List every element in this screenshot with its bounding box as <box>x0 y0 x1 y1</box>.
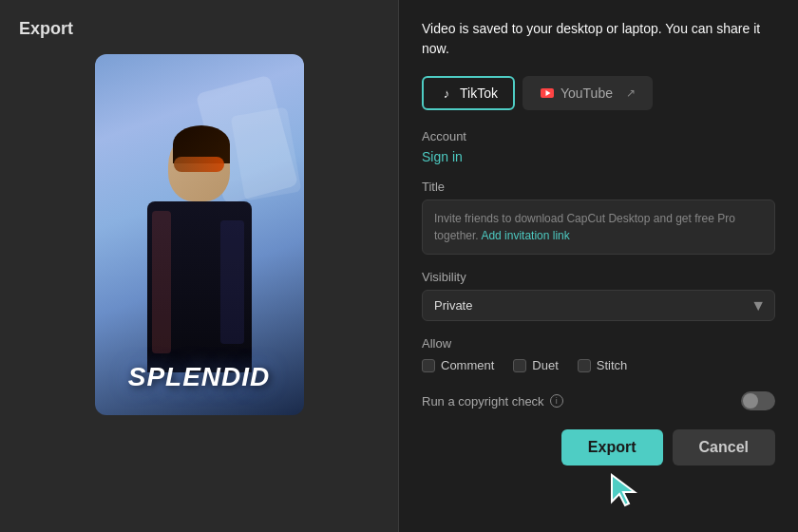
comment-label: Comment <box>441 358 494 372</box>
visibility-select-wrapper: Private Public Friends ▼ <box>422 290 775 321</box>
info-text: Video is saved to your desktop or laptop… <box>422 19 775 59</box>
video-overlay-text: SPLENDID <box>95 362 304 392</box>
checkbox-comment[interactable]: Comment <box>422 358 494 372</box>
copyright-row: Run a copyright check i <box>422 391 775 410</box>
duet-label: Duet <box>532 358 558 372</box>
copyright-toggle[interactable] <box>741 391 775 410</box>
info-icon: i <box>550 394 563 408</box>
cancel-button[interactable]: Cancel <box>673 429 775 466</box>
tab-youtube[interactable]: YouTube ↗ <box>522 76 653 110</box>
export-button[interactable]: Export <box>561 429 663 466</box>
toggle-knob <box>743 393 758 408</box>
visibility-select[interactable]: Private Public Friends <box>422 290 775 321</box>
copyright-label: Run a copyright check i <box>422 394 563 408</box>
export-title: Export <box>19 19 379 39</box>
video-preview: SPLENDID <box>95 54 304 415</box>
account-group: Account Sign in <box>422 129 775 164</box>
allow-label: Allow <box>422 336 775 351</box>
title-label: Title <box>422 180 775 194</box>
left-panel: Export SPLENDID <box>0 0 399 532</box>
action-buttons: Export Cancel <box>422 429 775 466</box>
visibility-group: Visibility Private Public Friends ▼ <box>422 270 775 321</box>
svg-marker-2 <box>612 475 635 505</box>
youtube-icon <box>540 86 555 101</box>
checkbox-duet[interactable]: Duet <box>513 358 558 372</box>
external-link-icon: ↗ <box>626 86 636 100</box>
title-input[interactable]: Invite friends to download CapCut Deskto… <box>422 200 775 255</box>
duet-checkbox-box[interactable] <box>513 359 526 372</box>
platform-tabs: ♪ TikTok YouTube ↗ <box>422 76 775 110</box>
tiktok-label: TikTok <box>460 86 498 101</box>
stitch-label: Stitch <box>597 358 628 372</box>
sign-in-link[interactable]: Sign in <box>422 149 775 164</box>
title-group: Title Invite friends to download CapCut … <box>422 180 775 255</box>
account-label: Account <box>422 129 775 143</box>
tiktok-icon: ♪ <box>439 86 454 101</box>
stitch-checkbox-box[interactable] <box>578 359 591 372</box>
visibility-label: Visibility <box>422 270 775 284</box>
tab-tiktok[interactable]: ♪ TikTok <box>422 76 515 110</box>
allow-group: Allow Comment Duet Stitch <box>422 336 775 372</box>
comment-checkbox-box[interactable] <box>422 359 435 372</box>
add-invitation-link[interactable]: Add invitation link <box>481 229 569 242</box>
cursor-indicator <box>608 471 642 513</box>
right-panel: Video is saved to your desktop or laptop… <box>399 0 798 532</box>
title-placeholder: Invite friends to download CapCut Deskto… <box>434 212 735 242</box>
youtube-label: YouTube <box>560 86 613 101</box>
checkbox-stitch[interactable]: Stitch <box>578 358 628 372</box>
checkboxes: Comment Duet Stitch <box>422 358 775 372</box>
copyright-text: Run a copyright check <box>422 394 544 408</box>
